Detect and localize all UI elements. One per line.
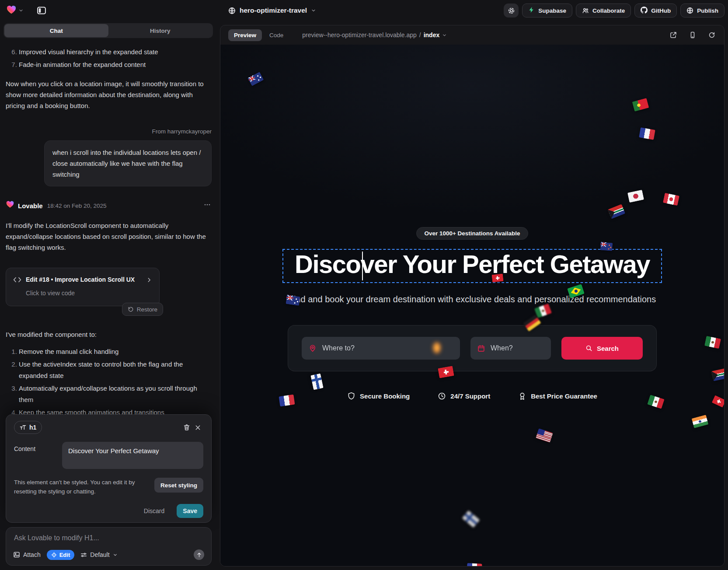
search-button[interactable]: Search xyxy=(561,337,643,360)
list-item: Automatically expand/collapse locations … xyxy=(19,383,212,406)
chevron-down-icon xyxy=(442,33,447,38)
edit-version-card[interactable]: Edit #18 • Improve Location Scroll UX Cl… xyxy=(6,268,160,306)
project-name: hero-optimizer-travel xyxy=(240,7,307,14)
content-input[interactable]: Discover Your Perfect Getaway xyxy=(62,442,203,469)
restore-icon xyxy=(128,306,134,312)
france-flag xyxy=(279,395,295,407)
code-icon xyxy=(13,276,21,284)
publish-label: Publish xyxy=(697,7,718,14)
mode-label: Default xyxy=(90,551,109,558)
collaborate-button[interactable]: Collaborate xyxy=(576,3,631,17)
south-africa-flag xyxy=(608,204,625,219)
tab-chat[interactable]: Chat xyxy=(4,24,108,37)
attach-image-icon xyxy=(13,551,20,558)
hero-section: Over 1000+ Destinations Available Discov… xyxy=(220,227,724,400)
site-viewport[interactable]: Over 1000+ Destinations Available Discov… xyxy=(220,45,724,567)
hero-subtitle: Find and book your dream destination wit… xyxy=(289,294,656,304)
attach-button[interactable]: Attach xyxy=(13,551,41,558)
collaborate-label: Collaborate xyxy=(592,7,625,14)
restore-button[interactable]: Restore xyxy=(128,304,157,315)
when-field[interactable] xyxy=(470,337,551,360)
message-menu-button[interactable] xyxy=(203,199,212,212)
supabase-button[interactable]: Supabase xyxy=(522,3,572,17)
list-item-text: Remove the manual click handling xyxy=(19,348,118,355)
preview-url-separator: / xyxy=(419,31,421,38)
india-flag xyxy=(692,415,709,428)
refresh-button[interactable] xyxy=(707,31,716,39)
reset-styling-button[interactable]: Reset styling xyxy=(154,478,203,493)
hero-title[interactable]: Discover Your Perfect Getaway xyxy=(295,251,650,278)
refresh-icon xyxy=(708,31,715,38)
chevron-down-icon xyxy=(311,8,316,13)
discard-button[interactable]: Discard xyxy=(141,507,167,515)
list-item-text: Use the activeIndex state to control bot… xyxy=(19,360,183,379)
switzerland-flag xyxy=(491,274,503,283)
when-input[interactable] xyxy=(490,344,544,353)
tab-history[interactable]: History xyxy=(108,24,212,37)
feature-best-price: Best Price Guarantee xyxy=(518,392,597,400)
prompt-input[interactable] xyxy=(13,534,204,542)
canada-flag xyxy=(663,193,679,206)
gear-icon xyxy=(508,7,515,14)
list-item-text: Fade-in animation for the expanded conte… xyxy=(19,61,146,68)
content-field-label: Content xyxy=(14,442,52,469)
tab-code[interactable]: Code xyxy=(264,29,289,41)
attach-label: Attach xyxy=(23,551,41,558)
chevron-down-icon xyxy=(113,553,118,557)
assistant-intro: I'll modify the LocationScroll component… xyxy=(6,220,212,253)
save-button[interactable]: Save xyxy=(177,504,203,518)
selected-h1-outline[interactable]: Discover Your Perfect Getaway xyxy=(282,249,662,283)
element-tag-label: h1 xyxy=(29,424,36,431)
destinations-badge: Over 1000+ Destinations Available xyxy=(416,227,528,240)
mobile-view-button[interactable] xyxy=(688,31,697,39)
delete-element-button[interactable] xyxy=(181,422,192,433)
toggle-sidebar-button[interactable] xyxy=(35,4,48,17)
lovable-heart-icon xyxy=(6,200,14,212)
styling-note: This element can't be styled. You can ed… xyxy=(14,478,148,496)
user-from-label: From harrymckayroper xyxy=(6,126,212,137)
japan-flag xyxy=(627,190,644,203)
search-bar: Search xyxy=(288,325,657,371)
list-item: Remove the manual click handling xyxy=(19,346,212,357)
prompt-composer: Attach Edit Default xyxy=(6,527,212,566)
mode-selector[interactable]: Default xyxy=(80,551,117,558)
app-window: hero-optimizer-travel Supabase xyxy=(0,0,728,570)
lovable-heart-icon xyxy=(6,4,17,17)
element-tag-badge[interactable]: h1 xyxy=(14,421,42,434)
assistant-outro: I've modified the component to: xyxy=(6,329,212,340)
location-pin-icon xyxy=(309,344,317,352)
edit-card-title: Edit #18 • Improve Location Scroll UX xyxy=(26,274,142,285)
preview-url-host: preview--hero-optimizer-travel.lovable.a… xyxy=(302,31,416,38)
user-message-bubble: when i scroll into the individual locati… xyxy=(44,140,212,186)
open-in-new-tab-button[interactable] xyxy=(669,31,678,39)
feature-secure-booking: Secure Booking xyxy=(347,392,410,400)
topbar-actions: Supabase Collaborate GitHub xyxy=(504,3,725,17)
tab-preview[interactable]: Preview xyxy=(228,29,262,41)
preview-toolbar: Preview Code preview--hero-optimizer-tra… xyxy=(220,25,724,45)
send-button[interactable] xyxy=(194,549,204,560)
chat-history-tabs: Chat History xyxy=(3,23,213,38)
globe-icon xyxy=(228,7,236,14)
close-icon xyxy=(195,424,201,431)
preview-url-page: index xyxy=(424,31,440,38)
supabase-icon xyxy=(528,7,535,14)
feature-row: Secure Booking 24/7 Support Best Price G… xyxy=(347,392,597,400)
lovable-logo-menu[interactable] xyxy=(6,4,24,17)
arrow-up-icon xyxy=(196,552,202,558)
preview-panel: Preview Code preview--hero-optimizer-tra… xyxy=(220,25,725,567)
supabase-label: Supabase xyxy=(538,7,566,14)
chat-messages[interactable]: Improved visual hierarchy in the expande… xyxy=(6,40,212,416)
preview-url[interactable]: preview--hero-optimizer-travel.lovable.a… xyxy=(302,31,447,38)
publish-button[interactable]: Publish xyxy=(680,3,725,17)
shield-icon xyxy=(347,392,355,400)
edit-mode-chip[interactable]: Edit xyxy=(47,550,75,560)
settings-button[interactable] xyxy=(504,3,519,17)
collaborate-users-icon xyxy=(582,7,589,14)
clock-icon xyxy=(438,392,446,400)
github-button[interactable]: GitHub xyxy=(634,3,677,17)
close-panel-button[interactable] xyxy=(192,422,203,433)
project-switcher[interactable]: hero-optimizer-travel xyxy=(228,0,316,21)
restore-label: Restore xyxy=(137,304,157,315)
usa-flag xyxy=(536,428,553,442)
assistant-paragraph: Now when you click on a location image, … xyxy=(6,78,212,111)
